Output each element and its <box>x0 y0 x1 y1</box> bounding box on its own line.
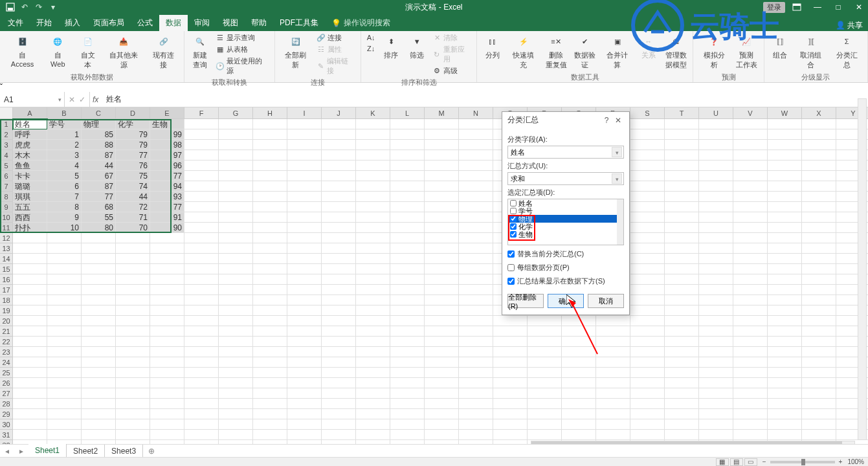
cell[interactable] <box>596 337 630 347</box>
cell[interactable] <box>322 378 356 388</box>
cell[interactable]: 卡卡 <box>13 171 47 181</box>
cell[interactable] <box>665 264 699 274</box>
redo-icon[interactable]: ↷ <box>34 2 44 12</box>
cell[interactable] <box>425 212 459 223</box>
col-header[interactable]: J <box>322 107 356 119</box>
tab-review[interactable]: 审阅 <box>188 15 216 31</box>
cell[interactable] <box>665 192 699 202</box>
cell[interactable] <box>150 285 184 295</box>
cell[interactable] <box>322 161 356 171</box>
cell[interactable] <box>322 419 356 430</box>
cell[interactable] <box>47 305 82 316</box>
cell[interactable]: 85 <box>82 129 116 140</box>
filter-button[interactable]: ▼筛选 <box>405 32 428 61</box>
cell[interactable] <box>116 368 150 378</box>
cell[interactable] <box>630 347 665 357</box>
cell[interactable] <box>802 223 836 233</box>
cell[interactable] <box>699 337 733 347</box>
cell[interactable] <box>184 295 219 305</box>
cell[interactable] <box>322 192 356 202</box>
cell[interactable] <box>150 388 184 399</box>
cell[interactable] <box>596 378 630 388</box>
cell[interactable] <box>219 264 253 274</box>
cell[interactable] <box>322 295 356 305</box>
cell[interactable] <box>390 357 425 368</box>
cell[interactable] <box>150 254 184 264</box>
cell[interactable] <box>699 399 733 409</box>
cell[interactable] <box>356 399 390 409</box>
cell[interactable] <box>630 212 665 223</box>
cell[interactable] <box>768 295 802 305</box>
cell[interactable] <box>219 326 253 337</box>
relation-button[interactable]: ↔关系 <box>637 32 660 61</box>
cell[interactable] <box>322 274 356 285</box>
cell[interactable] <box>665 378 699 388</box>
cell[interactable] <box>802 119 836 129</box>
row-header[interactable]: 5 <box>0 161 13 171</box>
cell[interactable] <box>665 150 699 161</box>
cell[interactable] <box>630 243 665 254</box>
cell[interactable] <box>116 243 150 254</box>
items-list[interactable]: 姓名 学号 物理 化学 生物 <box>507 199 624 245</box>
cell[interactable] <box>184 129 219 140</box>
cell[interactable]: 5 <box>47 171 82 181</box>
cell[interactable] <box>184 243 219 254</box>
cell[interactable] <box>219 430 253 440</box>
cell[interactable] <box>356 285 390 295</box>
cell[interactable] <box>253 368 287 378</box>
cell[interactable]: 68 <box>82 202 116 212</box>
ribbon-options-icon[interactable] <box>788 1 806 14</box>
cell[interactable] <box>287 181 322 192</box>
row-header[interactable]: 15 <box>0 264 13 274</box>
cell[interactable] <box>665 399 699 409</box>
cell[interactable] <box>82 347 116 357</box>
cell[interactable] <box>287 409 322 419</box>
cell[interactable] <box>733 430 768 440</box>
cell[interactable] <box>665 233 699 243</box>
name-box[interactable]: A1▾ <box>0 92 65 107</box>
cell[interactable] <box>322 243 356 254</box>
cell[interactable] <box>356 326 390 337</box>
cell[interactable] <box>665 388 699 399</box>
cell[interactable] <box>82 326 116 337</box>
cell[interactable] <box>699 419 733 430</box>
cell[interactable] <box>665 202 699 212</box>
cell[interactable] <box>459 295 493 305</box>
cell[interactable] <box>630 316 665 326</box>
cell[interactable] <box>733 171 768 181</box>
cell[interactable] <box>699 212 733 223</box>
cell[interactable] <box>150 409 184 419</box>
col-header[interactable]: T <box>665 107 699 119</box>
cancel-formula-icon[interactable]: ✕ <box>69 95 75 104</box>
cell[interactable] <box>665 119 699 129</box>
cell[interactable] <box>665 285 699 295</box>
cell[interactable] <box>82 233 116 243</box>
cell[interactable]: 璐璐 <box>13 181 47 192</box>
cell[interactable] <box>150 233 184 243</box>
cell[interactable] <box>13 285 47 295</box>
col-header[interactable]: N <box>459 107 493 119</box>
cell[interactable] <box>665 181 699 192</box>
cell[interactable] <box>630 305 665 316</box>
cell[interactable] <box>356 347 390 357</box>
cell[interactable] <box>768 140 802 150</box>
cell[interactable] <box>733 264 768 274</box>
cell[interactable] <box>184 202 219 212</box>
cell[interactable] <box>802 285 836 295</box>
cell[interactable]: 9 <box>47 212 82 223</box>
cell[interactable] <box>390 161 425 171</box>
cell[interactable] <box>253 119 287 129</box>
clear-filter-button[interactable]: ✕清除 <box>431 32 473 43</box>
row-header[interactable]: 3 <box>0 140 13 150</box>
cell[interactable] <box>13 233 47 243</box>
cell[interactable] <box>630 254 665 264</box>
cell[interactable]: 77 <box>82 192 116 202</box>
cell[interactable] <box>493 399 528 409</box>
cell[interactable]: 五五 <box>13 202 47 212</box>
cell[interactable] <box>184 430 219 440</box>
cell[interactable] <box>356 295 390 305</box>
subtotal-button[interactable]: Σ分类汇总 <box>830 32 863 71</box>
list-item[interactable]: 姓名 <box>508 199 623 207</box>
from-table-button[interactable]: ▦从表格 <box>214 44 270 55</box>
cell[interactable] <box>390 202 425 212</box>
